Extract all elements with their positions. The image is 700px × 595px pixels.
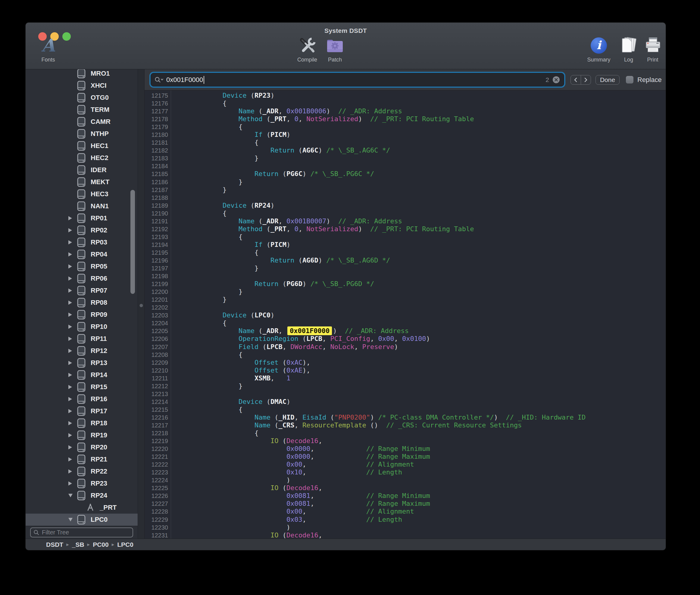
tree-row-_prt[interactable]: _PRT: [26, 502, 138, 514]
disclosure-triangle-icon[interactable]: [68, 421, 77, 425]
tree-row-rp18[interactable]: RP18: [26, 417, 138, 429]
tree-row-rp02[interactable]: RP02: [26, 224, 138, 236]
tree-row-rp20[interactable]: RP20: [26, 441, 138, 453]
sidebar-scrollbar-thumb[interactable]: [130, 190, 135, 294]
code-line: }: [175, 154, 666, 162]
disclosure-triangle-icon[interactable]: [68, 228, 77, 232]
disclosure-triangle-icon[interactable]: [68, 409, 77, 413]
tree-row-mro1[interactable]: MRO1: [26, 69, 138, 80]
tree-row-rp13[interactable]: RP13: [26, 357, 138, 369]
find-query: 0x001F0000: [166, 76, 203, 84]
disclosure-triangle-icon[interactable]: [68, 240, 77, 245]
disclosure-triangle-icon[interactable]: [68, 481, 77, 486]
disclosure-triangle-icon[interactable]: [68, 494, 77, 497]
tree-row-rp22[interactable]: RP22: [26, 465, 138, 477]
disclosure-triangle-icon[interactable]: [68, 373, 77, 377]
tree-row-camr[interactable]: CAMR: [26, 116, 138, 128]
line-number: 12213: [145, 390, 168, 398]
disclosure-triangle-icon[interactable]: [68, 433, 77, 437]
clear-search-icon[interactable]: [552, 76, 560, 84]
filter-tree-input[interactable]: Filter Tree: [30, 528, 133, 537]
acpi-tree[interactable]: MRO1 XHCI OTG0 TERM CAMR NTHP HEC1 HEC2: [26, 69, 138, 526]
patch-icon: [326, 37, 344, 54]
tree-row-mekt[interactable]: MEKT: [26, 176, 138, 188]
tree-item-label: MEKT: [91, 178, 109, 186]
code-line: {: [175, 100, 666, 107]
line-number: 12190: [145, 209, 168, 217]
disclosure-triangle-icon[interactable]: [68, 324, 77, 329]
disclosure-triangle-icon[interactable]: [68, 288, 77, 293]
disclosure-triangle-icon[interactable]: [68, 457, 77, 461]
disclosure-triangle-icon[interactable]: [68, 397, 77, 401]
tree-row-rp07[interactable]: RP07: [26, 285, 138, 296]
tree-row-rp19[interactable]: RP19: [26, 429, 138, 441]
tree-row-rp21[interactable]: RP21: [26, 453, 138, 465]
disclosure-triangle-icon[interactable]: [68, 518, 77, 521]
device-icon: [77, 225, 86, 235]
disclosure-triangle-icon[interactable]: [68, 276, 77, 281]
tree-row-rp10[interactable]: RP10: [26, 321, 138, 333]
split-divider[interactable]: [138, 69, 145, 539]
disclosure-triangle-icon[interactable]: [68, 216, 77, 220]
disclosure-triangle-icon[interactable]: [68, 469, 77, 474]
breadcrumb-item-dsdt[interactable]: DSDT: [46, 541, 63, 548]
tree-row-rp04[interactable]: RP04: [26, 248, 138, 260]
tree-row-rp23[interactable]: RP23: [26, 477, 138, 489]
tree-row-nthp[interactable]: NTHP: [26, 128, 138, 140]
tree-row-term[interactable]: TERM: [26, 104, 138, 116]
disclosure-triangle-icon[interactable]: [68, 313, 77, 317]
tree-row-ider[interactable]: IDER: [26, 164, 138, 176]
tree-row-rp14[interactable]: RP14: [26, 369, 138, 381]
breadcrumb-item-pc00[interactable]: PC00: [93, 541, 109, 548]
disclosure-triangle-icon[interactable]: [68, 252, 77, 256]
line-number: 12225: [145, 484, 168, 492]
tree-row-rp16[interactable]: RP16: [26, 393, 138, 405]
tree-row-nan1[interactable]: NAN1: [26, 200, 138, 212]
tree-row-rp08[interactable]: RP08: [26, 296, 138, 309]
disclosure-triangle-icon[interactable]: [68, 337, 77, 341]
tree-row-rp03[interactable]: RP03: [26, 236, 138, 248]
code-line: [175, 162, 666, 170]
tree-row-lpc0[interactable]: LPC0: [26, 514, 138, 526]
code-line: }: [175, 178, 666, 186]
code-editor[interactable]: 1217512176121771217812179121801218112182…: [145, 90, 666, 539]
tree-row-rp11[interactable]: RP11: [26, 333, 138, 345]
tree-row-rp15[interactable]: RP15: [26, 381, 138, 393]
breadcrumb-item-_sb[interactable]: _SB: [72, 541, 84, 548]
tree-row-rp01[interactable]: RP01: [26, 212, 138, 224]
summary-info-icon: i: [591, 37, 607, 54]
tree-row-otg0[interactable]: OTG0: [26, 92, 138, 104]
toolbar-item-label: Summary: [587, 57, 610, 63]
tree-row-rp17[interactable]: RP17: [26, 405, 138, 417]
done-button[interactable]: Done: [596, 75, 619, 85]
code-line: }: [175, 296, 666, 304]
disclosure-triangle-icon[interactable]: [68, 301, 77, 305]
toolbar-item-print[interactable]: Print: [632, 36, 666, 63]
tree-row-rp09[interactable]: RP09: [26, 309, 138, 321]
tree-row-hec1[interactable]: HEC1: [26, 140, 138, 152]
find-input[interactable]: 0x001F0000 2: [151, 73, 564, 86]
disclosure-triangle-icon[interactable]: [68, 445, 77, 449]
tree-row-rp05[interactable]: RP05: [26, 260, 138, 273]
breadcrumb-item-lpc0[interactable]: LPC0: [117, 541, 133, 548]
disclosure-triangle-icon[interactable]: [68, 385, 77, 389]
find-next-button[interactable]: [581, 75, 591, 84]
line-number: 12175: [145, 92, 168, 100]
disclosure-triangle-icon[interactable]: [68, 349, 77, 353]
line-number: 12184: [145, 162, 168, 170]
code-line: }: [175, 186, 666, 194]
tree-row-rp24[interactable]: RP24: [26, 489, 138, 502]
tree-row-rp12[interactable]: RP12: [26, 345, 138, 357]
find-previous-button[interactable]: [571, 75, 581, 84]
tree-row-rp06[interactable]: RP06: [26, 273, 138, 285]
tree-row-hec2[interactable]: HEC2: [26, 152, 138, 164]
toolbar-item-patch[interactable]: Patch: [314, 36, 356, 63]
replace-checkbox[interactable]: [626, 76, 633, 84]
toolbar-item-fonts[interactable]: A Fonts: [27, 36, 69, 63]
disclosure-triangle-icon[interactable]: [68, 264, 77, 268]
disclosure-triangle-icon[interactable]: [68, 361, 77, 365]
tree-row-hec3[interactable]: HEC3: [26, 188, 138, 200]
tree-row-xhci[interactable]: XHCI: [26, 80, 138, 92]
code-line: {: [175, 319, 666, 327]
toolbar-item-label: Fonts: [41, 57, 55, 63]
